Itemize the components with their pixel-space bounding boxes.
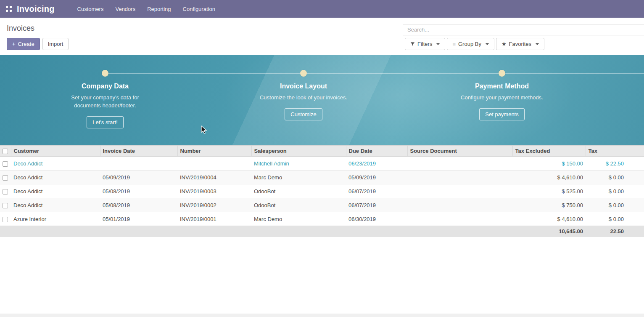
totals-row: 10,645.00 22.50 [0, 226, 644, 237]
cell-due-date: 06/23/2019 [346, 157, 407, 170]
filters-dropdown[interactable]: Filters [405, 38, 445, 50]
cell-invoice-date: 05/01/2019 [100, 212, 177, 226]
cell-source-document [407, 212, 512, 226]
table-header-row: Customer Invoice Date Number Salesperson… [0, 146, 644, 157]
menu-reporting[interactable]: Reporting [141, 0, 177, 18]
menu-configuration[interactable]: Configuration [177, 0, 221, 18]
table-row[interactable]: Deco AddictMitchell Admin06/23/2019$ 150… [0, 157, 644, 170]
apps-grid-icon[interactable] [6, 6, 12, 12]
col-salesperson[interactable]: Salesperson [251, 146, 346, 157]
cell-source-document [407, 184, 512, 198]
cell-customer: Deco Addict [11, 170, 100, 184]
cell-tax-excluded: $ 525.00 [512, 184, 586, 198]
cell-salesperson: OdooBot [251, 198, 346, 212]
search-input[interactable] [403, 24, 644, 35]
favorites-label: Favorites [509, 41, 531, 47]
cell-invoice-date: 05/09/2019 [100, 170, 177, 184]
table-row[interactable]: Deco Addict05/08/2019INV/2019/0003OdooBo… [0, 184, 644, 198]
cell-number [177, 157, 251, 170]
col-number[interactable]: Number [177, 146, 251, 157]
row-checkbox[interactable] [3, 189, 8, 194]
cell-due-date: 06/07/2019 [346, 198, 407, 212]
row-select-cell [0, 184, 11, 198]
row-select-cell [0, 170, 11, 184]
favorites-dropdown[interactable]: ★ Favorites [496, 38, 544, 50]
step-description: Customize the look of your invoices. [260, 94, 347, 102]
group-by-icon: ≡ [452, 41, 456, 47]
create-button[interactable]: + Create [7, 38, 40, 50]
customize-button[interactable]: Customize [285, 108, 322, 120]
cell-salesperson: Mitchell Admin [251, 157, 346, 170]
cell-invoice-date [100, 157, 177, 170]
step-dot [102, 70, 108, 77]
control-panel: Invoices + Create Import Filters ≡ Group… [0, 18, 644, 55]
cell-source-document [407, 157, 512, 170]
col-tax-excluded[interactable]: Tax Excluded [512, 146, 586, 157]
onboarding-step-company-data: Company Data Set your company's data for… [38, 83, 172, 128]
cell-invoice-date: 05/08/2019 [100, 184, 177, 198]
table-row[interactable]: Azure Interior05/01/2019INV/2019/0001Mar… [0, 212, 644, 226]
cell-salesperson: OdooBot [251, 184, 346, 198]
cell-number: INV/2019/0001 [177, 212, 251, 226]
cell-due-date: 06/07/2019 [346, 184, 407, 198]
cell-tax-excluded: $ 4,610.00 [512, 212, 586, 226]
table-row[interactable]: Deco Addict05/08/2019INV/2019/0002OdooBo… [0, 198, 644, 212]
cell-invoice-date: 05/08/2019 [100, 198, 177, 212]
total-tax-excluded: 10,645.00 [512, 226, 586, 237]
cell-customer: Deco Addict [11, 184, 100, 198]
cell-number: INV/2019/0004 [177, 170, 251, 184]
row-checkbox[interactable] [3, 161, 8, 167]
main-menu: Customers Vendors Reporting Configuratio… [71, 0, 221, 18]
invoice-rows: Deco AddictMitchell Admin06/23/2019$ 150… [0, 157, 644, 226]
onboarding-step-invoice-layout: Invoice Layout Customize the look of you… [236, 83, 371, 120]
cell-source-document [407, 170, 512, 184]
filters-label: Filters [417, 41, 432, 47]
select-all-checkbox[interactable] [3, 149, 8, 154]
col-customer[interactable]: Customer [11, 146, 100, 157]
cell-tax: $ 0.00 [586, 212, 644, 226]
group-by-dropdown[interactable]: ≡ Group By [447, 38, 494, 50]
col-tax[interactable]: Tax [586, 146, 644, 157]
cell-customer: Deco Addict [11, 157, 100, 170]
col-due-date[interactable]: Due Date [346, 146, 407, 157]
cell-tax-excluded: $ 4,610.00 [512, 170, 586, 184]
col-invoice-date[interactable]: Invoice Date [100, 146, 177, 157]
row-select-cell [0, 212, 11, 226]
app-title: Invoicing [17, 4, 55, 14]
table-row[interactable]: Deco Addict05/09/2019INV/2019/0004Marc D… [0, 170, 644, 184]
create-button-label: Create [18, 41, 34, 47]
lets-start-button[interactable]: Let's start! [87, 116, 124, 128]
row-checkbox[interactable] [3, 175, 8, 181]
group-by-label: Group By [458, 41, 481, 47]
import-button-label: Import [48, 41, 63, 47]
step-dot [300, 70, 307, 77]
menu-vendors[interactable]: Vendors [109, 0, 141, 18]
menu-customers[interactable]: Customers [71, 0, 110, 18]
cell-due-date: 05/09/2019 [346, 170, 407, 184]
select-all-cell [0, 146, 11, 157]
star-icon: ★ [501, 41, 507, 47]
page-title: Invoices [7, 24, 34, 33]
col-source-document[interactable]: Source Document [407, 146, 512, 157]
row-checkbox[interactable] [3, 203, 8, 208]
row-checkbox[interactable] [3, 217, 8, 222]
onboarding-step-payment-method: Payment Method Configure your payment me… [435, 83, 569, 120]
invoice-list-table: Customer Invoice Date Number Salesperson… [0, 145, 644, 237]
filter-funnel-icon [410, 42, 415, 46]
step-title: Invoice Layout [280, 83, 327, 90]
step-description: Configure your payment methods. [461, 94, 543, 102]
import-button[interactable]: Import [42, 38, 69, 50]
row-select-cell [0, 198, 11, 212]
chevron-down-icon [486, 43, 489, 45]
step-description: Set your company's data for documents he… [60, 94, 150, 110]
cell-salesperson: Marc Demo [251, 212, 346, 226]
step-dot [499, 70, 505, 77]
totals-spacer [0, 226, 512, 237]
set-payments-button[interactable]: Set payments [479, 108, 525, 120]
cell-tax-excluded: $ 750.00 [512, 198, 586, 212]
cell-salesperson: Marc Demo [251, 170, 346, 184]
horizontal-scrollbar[interactable] [0, 314, 644, 317]
cell-tax: $ 0.00 [586, 184, 644, 198]
cell-customer: Deco Addict [11, 198, 100, 212]
top-navbar: Invoicing Customers Vendors Reporting Co… [0, 0, 644, 18]
